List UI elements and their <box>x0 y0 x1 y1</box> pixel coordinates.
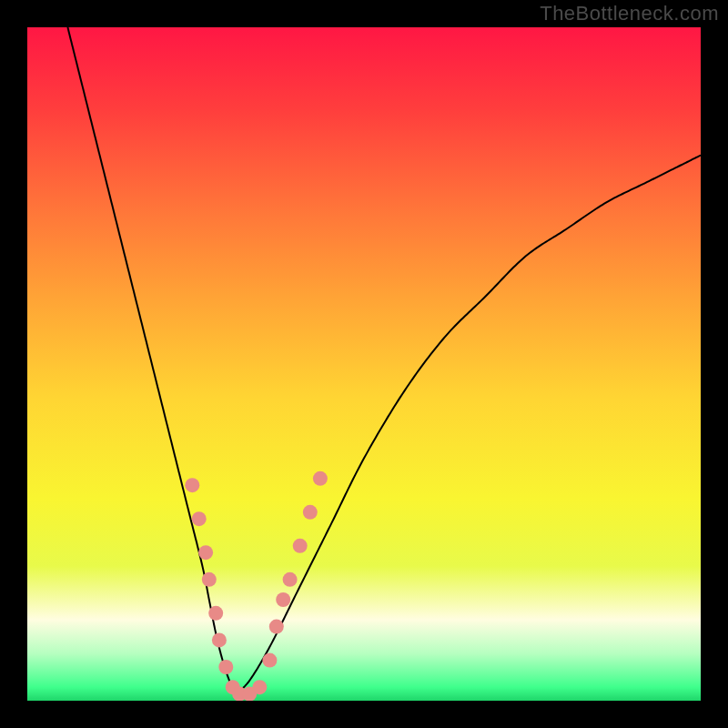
marker-dot <box>276 592 290 607</box>
marker-dot <box>313 471 328 486</box>
chart-container: TheBottleneck.com <box>0 0 728 728</box>
marker-dot <box>283 572 298 587</box>
marker-dot <box>262 653 277 668</box>
marker-dot <box>303 505 318 520</box>
marker-dot <box>185 478 199 492</box>
marker-dot <box>252 680 267 694</box>
marker-dot <box>208 606 223 621</box>
marker-dot <box>269 620 284 634</box>
watermark-text: TheBottleneck.com <box>540 2 719 25</box>
marker-dot <box>293 539 308 553</box>
marker-dot <box>218 660 233 674</box>
plot-area <box>27 27 701 701</box>
marker-dot <box>212 632 227 647</box>
gradient-background <box>27 27 701 701</box>
chart-svg <box>27 27 701 701</box>
marker-dot <box>192 511 207 526</box>
marker-dot <box>198 545 213 560</box>
marker-dot <box>202 572 217 587</box>
